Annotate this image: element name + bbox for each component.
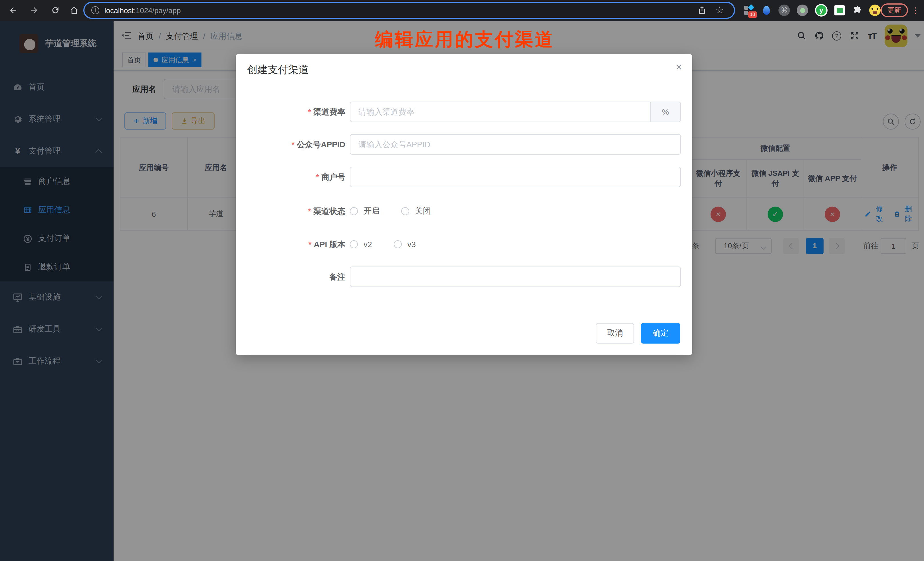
extension-balloon-icon[interactable] bbox=[760, 3, 773, 17]
extension-dot-icon[interactable] bbox=[796, 3, 809, 17]
merchant-no-input[interactable] bbox=[350, 166, 681, 187]
share-icon[interactable] bbox=[698, 6, 706, 17]
required-mark: * bbox=[316, 172, 319, 182]
browser-back-icon[interactable] bbox=[7, 4, 20, 16]
browser-forward-icon[interactable] bbox=[28, 4, 40, 16]
browser-home-icon[interactable] bbox=[68, 4, 81, 16]
required-mark: * bbox=[309, 240, 312, 249]
extension-chat-icon[interactable] bbox=[832, 3, 846, 17]
field-label-appid: *公众号APPID bbox=[236, 134, 345, 154]
api-version-radio-group: v2 v3 bbox=[350, 234, 432, 255]
radio-v2-label[interactable]: v2 bbox=[363, 240, 372, 249]
percent-suffix: % bbox=[650, 102, 681, 122]
extension-command-icon[interactable]: ⌘ bbox=[777, 3, 791, 17]
extensions-puzzle-icon[interactable] bbox=[850, 3, 864, 17]
extension-y-icon[interactable]: y bbox=[814, 3, 828, 17]
radio-closed-label[interactable]: 关闭 bbox=[415, 206, 431, 216]
appid-input[interactable] bbox=[350, 134, 681, 154]
profile-emoji-avatar[interactable] bbox=[868, 3, 882, 17]
radio-v3-label[interactable]: v3 bbox=[408, 240, 416, 249]
close-icon[interactable]: × bbox=[676, 62, 682, 73]
create-payment-channel-dialog: 创建支付渠道 × *渠道费率 % *公众号APPID *商户号 *渠道状态 开启… bbox=[236, 54, 692, 355]
field-label-channel-rate: *渠道费率 bbox=[236, 102, 345, 122]
url-host: localhost bbox=[105, 6, 134, 15]
field-label-remark: 备注 bbox=[236, 267, 345, 287]
confirm-button[interactable]: 确定 bbox=[641, 323, 680, 344]
address-bar[interactable]: i localhost:1024/pay/app ☆ bbox=[83, 2, 735, 19]
bookmark-star-icon[interactable]: ☆ bbox=[716, 4, 724, 15]
required-mark: * bbox=[292, 140, 295, 149]
channel-status-radio-group: 开启 关闭 bbox=[350, 201, 447, 221]
field-label-channel-status: *渠道状态 bbox=[236, 201, 345, 221]
extension-badge: 10 bbox=[748, 11, 757, 18]
radio-open[interactable] bbox=[350, 207, 358, 215]
annotation-text: 编辑应用的支付渠道 bbox=[375, 27, 555, 52]
cancel-button[interactable]: 取消 bbox=[596, 323, 634, 344]
field-label-api-version: *API 版本 bbox=[236, 234, 345, 255]
site-info-icon[interactable]: i bbox=[92, 6, 99, 14]
required-mark: * bbox=[308, 107, 311, 116]
required-mark: * bbox=[308, 207, 311, 216]
browser-chrome: i localhost:1024/pay/app ☆ 10 ⌘ y 更新 ⋮ bbox=[0, 0, 924, 21]
screen: i localhost:1024/pay/app ☆ 10 ⌘ y 更新 ⋮ 芋… bbox=[0, 0, 924, 561]
radio-v3[interactable] bbox=[394, 240, 402, 248]
radio-closed[interactable] bbox=[401, 207, 409, 215]
browser-menu-icon[interactable]: ⋮ bbox=[912, 3, 920, 17]
url-path: :1024/pay/app bbox=[134, 6, 181, 15]
field-label-merchant-no: *商户号 bbox=[236, 166, 345, 187]
radio-open-label[interactable]: 开启 bbox=[363, 206, 380, 216]
radio-v2[interactable] bbox=[350, 240, 358, 248]
channel-rate-input[interactable] bbox=[350, 102, 681, 122]
extension-tiles-icon[interactable]: 10 bbox=[742, 3, 756, 17]
remark-input[interactable] bbox=[350, 267, 681, 287]
url-text: localhost:1024/pay/app bbox=[105, 6, 181, 15]
dialog-title: 创建支付渠道 bbox=[247, 63, 309, 76]
browser-update-button[interactable]: 更新 bbox=[880, 3, 908, 17]
browser-reload-icon[interactable] bbox=[49, 4, 62, 16]
